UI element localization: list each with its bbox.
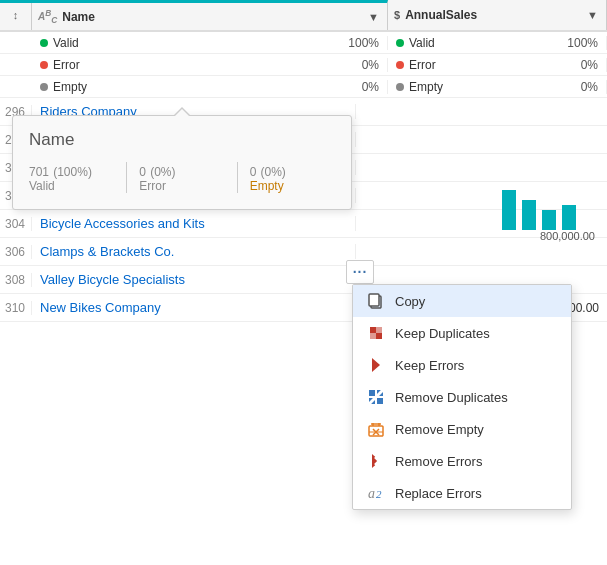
context-menu: Copy Keep Duplicates Keep Errors [352, 284, 572, 510]
svg-rect-0 [502, 190, 516, 230]
menu-item-remove-empty[interactable]: Remove Empty [353, 413, 571, 445]
tooltip-empty-stat: 0 (0%) Empty [250, 162, 335, 193]
error-dot-2 [396, 61, 404, 69]
svg-rect-8 [370, 333, 376, 339]
name-valid-stat: Valid 100% [32, 36, 388, 50]
row-num: 306 [0, 245, 32, 259]
menu-item-keep-duplicates[interactable]: Keep Duplicates [353, 317, 571, 349]
svg-rect-3 [562, 205, 576, 230]
remove-errors-icon [365, 452, 387, 470]
tooltip-valid-label: Valid [29, 179, 114, 193]
annual-column-label: AnnualSales [405, 8, 477, 22]
header-row: ↕ ABC Name ▼ $ AnnualSales ▼ [0, 0, 607, 32]
name-cell: Bicycle Accessories and Kits [32, 216, 356, 231]
remove-empty-icon [365, 420, 387, 438]
menu-item-remove-errors[interactable]: Remove Errors [353, 445, 571, 477]
svg-marker-10 [372, 358, 380, 372]
tooltip-error-label: Error [139, 179, 224, 193]
svg-rect-2 [542, 210, 556, 230]
empty-dot [40, 83, 48, 91]
svg-rect-7 [376, 333, 382, 339]
annual-empty-stat: Empty 0% [388, 80, 607, 94]
error-stats-row: Error 0% Error 0% [0, 54, 607, 76]
name-cell: Valley Bicycle Specialists [32, 272, 356, 287]
keep-errors-label: Keep Errors [395, 358, 464, 373]
keep-duplicates-label: Keep Duplicates [395, 326, 490, 341]
replace-errors-label: Replace Errors [395, 486, 482, 501]
tooltip-valid-num: 701 (100%) [29, 162, 114, 179]
row-num: 304 [0, 217, 32, 231]
svg-rect-14 [377, 398, 383, 404]
svg-rect-9 [376, 327, 382, 333]
name-column-label: Name [62, 10, 95, 24]
more-options-button[interactable]: ··· [346, 260, 374, 284]
copy-label: Copy [395, 294, 425, 309]
svg-rect-11 [369, 390, 375, 396]
column-stats-tooltip: Name 701 (100%) Valid 0 (0%) Error 0 (0 [12, 115, 352, 210]
tooltip-stats: 701 (100%) Valid 0 (0%) Error 0 (0%) Emp… [29, 162, 335, 193]
name-error-stat: Error 0% [32, 58, 388, 72]
valid-dot-2 [396, 39, 404, 47]
annual-type-icon: $ [394, 9, 400, 21]
svg-rect-6 [370, 327, 376, 333]
name-cell: Clamps & Brackets Co. [32, 244, 356, 259]
table-row: 306 Clamps & Brackets Co. [0, 238, 607, 266]
menu-item-replace-errors[interactable]: a 2 Replace Errors [353, 477, 571, 509]
name-sort-button[interactable]: ▼ [366, 11, 381, 23]
annual-valid-stat: Valid 100% [388, 36, 607, 50]
remove-empty-label: Remove Empty [395, 422, 484, 437]
empty-stats-row: Empty 0% Empty 0% [0, 76, 607, 98]
menu-item-remove-duplicates[interactable]: Remove Duplicates [353, 381, 571, 413]
name-cell: New Bikes Company [32, 300, 356, 315]
name-type-icon: ABC [38, 8, 57, 25]
svg-rect-5 [369, 294, 379, 306]
menu-item-keep-errors[interactable]: Keep Errors [353, 349, 571, 381]
keep-duplicates-icon [365, 324, 387, 342]
svg-text:2: 2 [376, 488, 382, 500]
remove-duplicates-icon [365, 388, 387, 406]
empty-dot-2 [396, 83, 404, 91]
name-empty-stat: Empty 0% [32, 80, 388, 94]
annual-sort-button[interactable]: ▼ [585, 9, 600, 21]
valid-stats-row: Valid 100% Valid 100% [0, 32, 607, 54]
annual-error-stat: Error 0% [388, 58, 607, 72]
annual-column-header: $ AnnualSales ▼ [388, 0, 607, 30]
row-num: 310 [0, 301, 32, 315]
tooltip-title: Name [29, 130, 335, 150]
menu-item-copy[interactable]: Copy [353, 285, 571, 317]
remove-errors-label: Remove Errors [395, 454, 482, 469]
row-num: 308 [0, 273, 32, 287]
keep-errors-icon [365, 356, 387, 374]
mini-bar-chart [497, 180, 597, 235]
tooltip-empty-num: 0 (0%) [250, 162, 335, 179]
copy-icon [365, 292, 387, 310]
tooltip-error-stat: 0 (0%) Error [139, 162, 237, 193]
svg-rect-1 [522, 200, 536, 230]
tooltip-error-num: 0 (0%) [139, 162, 224, 179]
error-dot [40, 61, 48, 69]
replace-errors-icon: a 2 [365, 484, 387, 502]
svg-text:a: a [368, 486, 375, 501]
tooltip-empty-label: Empty [250, 179, 335, 193]
valid-dot [40, 39, 48, 47]
tooltip-valid-stat: 701 (100%) Valid [29, 162, 127, 193]
remove-duplicates-label: Remove Duplicates [395, 390, 508, 405]
row-sort-icon[interactable]: ↕ [13, 9, 19, 21]
name-column-header: ABC Name ▼ [32, 0, 388, 30]
